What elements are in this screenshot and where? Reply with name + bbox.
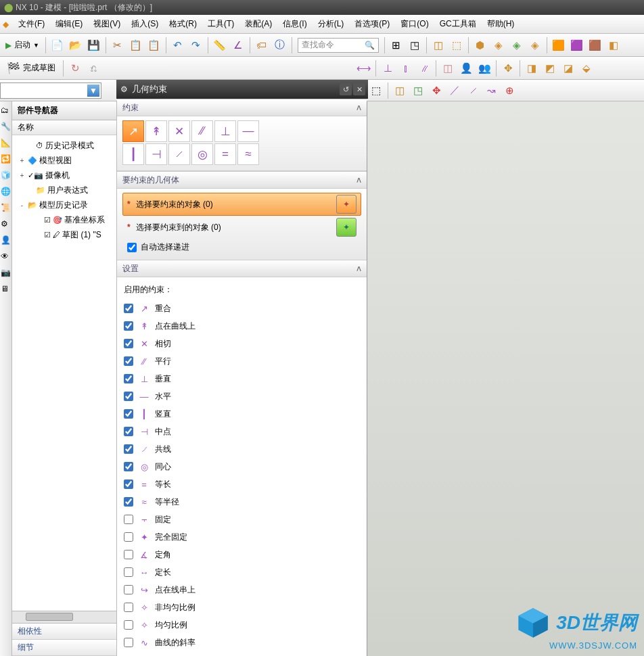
tangent-icon[interactable]: ✕ [168, 120, 190, 142]
box2-icon[interactable]: ⬚ [448, 37, 465, 53]
tab-dependency[interactable]: 相依性 [12, 624, 116, 640]
cam-icon[interactable]: 📷 [1, 268, 12, 279]
proc-icon[interactable]: ⚙ [1, 219, 12, 230]
midpoint-icon[interactable]: ⊣ [145, 143, 167, 165]
constraint-item[interactable]: ✧非均匀比例 [124, 599, 360, 616]
constraint-item[interactable]: ✕相切 [124, 335, 360, 352]
solid2-icon[interactable]: 🟪 [569, 37, 585, 53]
select-objects-row[interactable]: * 选择要约束的对象 (0) ✦ [122, 193, 361, 216]
con-icon[interactable]: 📐 [1, 138, 12, 149]
section-geometry[interactable]: 要约束的几何体 ʌ [117, 171, 367, 189]
vf7-icon[interactable]: ⊕ [501, 83, 518, 99]
menu-insert[interactable]: 插入(S) [126, 16, 164, 32]
navigator-column-name[interactable]: 名称 [12, 120, 116, 135]
new-icon[interactable]: 📄 [49, 37, 66, 53]
vis-icon[interactable]: 👁 [1, 252, 12, 262]
tree-row[interactable]: ☑ 🎯基准坐标系 [12, 212, 116, 227]
vf1-icon[interactable]: ◫ [392, 83, 408, 99]
section-settings[interactable]: 设置 ʌ [117, 260, 367, 277]
constraint-item[interactable]: =等长 [124, 475, 360, 493]
save-icon[interactable]: 💾 [86, 37, 102, 53]
ext1-icon[interactable]: ◨ [524, 60, 540, 76]
vf3-icon[interactable]: ✥ [428, 83, 444, 99]
constraint-checkbox[interactable] [124, 462, 133, 471]
tab-details[interactable]: 细节 [12, 640, 116, 656]
solid4-icon[interactable]: ◧ [605, 37, 622, 53]
rc5-icon[interactable]: 👤 [458, 60, 474, 76]
marker-icon[interactable]: 🏷 [254, 37, 270, 53]
box1-icon[interactable]: ◫ [430, 37, 446, 53]
coincident-icon[interactable]: ↗ [122, 120, 144, 142]
reattach-icon[interactable]: ⎌ [85, 60, 101, 76]
h-scrollbar[interactable] [12, 611, 116, 623]
cube1-icon[interactable]: ⬢ [472, 37, 488, 53]
select-target-button[interactable]: ✦ [336, 218, 356, 237]
collinear-icon[interactable]: ⟋ [168, 143, 190, 165]
constraint-checkbox[interactable] [124, 567, 133, 577]
open-icon[interactable]: 📂 [68, 37, 84, 53]
constraint-checkbox[interactable] [124, 532, 133, 542]
undo-icon[interactable]: ↶ [170, 37, 186, 53]
tree-row[interactable]: 📁用户表达式 [12, 183, 116, 197]
constraint-item[interactable]: ⊣中点 [124, 423, 360, 440]
graphics-viewport[interactable]: Y X 75.6 72 3D世界网 WWW.3DSJW.COM [367, 101, 644, 656]
select-objects-button[interactable]: ✦ [336, 195, 356, 214]
menu-analysis[interactable]: 分析(L) [313, 16, 350, 32]
selrect-icon[interactable]: ⬚ [368, 83, 384, 99]
sys-icon[interactable]: 🖥 [1, 284, 12, 295]
rc3-icon[interactable]: ⫽ [416, 60, 432, 76]
constraint-checkbox[interactable] [124, 497, 133, 507]
vf6-icon[interactable]: ↝ [483, 83, 499, 99]
vf2-icon[interactable]: ◳ [410, 83, 426, 99]
constraint-checkbox[interactable] [124, 585, 133, 594]
hd3d-icon[interactable]: 🧊 [1, 170, 12, 181]
menu-edit[interactable]: 编辑(E) [50, 16, 88, 32]
constraint-item[interactable]: ⟋共线 [124, 440, 360, 458]
dialog-close-icon[interactable]: ✕ [353, 83, 365, 95]
dim-icon[interactable]: ⟷ [356, 60, 372, 76]
measure2-icon[interactable]: ∠ [230, 37, 246, 53]
vertical-icon[interactable]: ┃ [122, 143, 144, 165]
view1-icon[interactable]: ⊞ [388, 37, 405, 53]
constraint-checkbox[interactable] [124, 339, 133, 348]
menu-tools[interactable]: 工具(T) [202, 16, 239, 32]
section-constraint[interactable]: 约束 ʌ [117, 99, 367, 116]
constraint-checkbox[interactable] [124, 550, 133, 559]
constraint-item[interactable]: ↪点在线串上 [124, 581, 360, 599]
view2-icon[interactable]: ◳ [407, 37, 423, 53]
solid3-icon[interactable]: 🟫 [587, 37, 603, 53]
orient-icon[interactable]: ↻ [67, 60, 83, 76]
constraint-checkbox[interactable] [124, 515, 133, 524]
constraint-item[interactable]: ┃竖直 [124, 405, 360, 423]
constraint-checkbox[interactable] [124, 444, 133, 454]
navigator-tree[interactable]: ⏱历史记录模式+🔷模型视图+✓📷摄像机📁用户表达式-📂模型历史记录☑ 🎯基准坐标… [12, 135, 116, 611]
constraint-item[interactable]: ✦完全固定 [124, 528, 360, 546]
app-menu-icon[interactable]: ◆ [3, 20, 13, 29]
constraint-item[interactable]: ↟点在曲线上 [124, 317, 360, 335]
asm-icon[interactable]: 🔧 [1, 122, 12, 133]
menu-view[interactable]: 视图(V) [88, 16, 126, 32]
command-search[interactable]: 查找命令🔍 [298, 38, 379, 53]
redo-icon[interactable]: ↷ [188, 37, 204, 53]
launch-button[interactable]: ▶启动▼ [3, 38, 42, 52]
constraint-checkbox[interactable] [124, 603, 133, 612]
constraint-item[interactable]: ∡定角 [124, 546, 360, 563]
constraint-item[interactable]: ⊥垂直 [124, 370, 360, 388]
constraint-checkbox[interactable] [124, 638, 133, 647]
rc6-icon[interactable]: 👥 [476, 60, 492, 76]
vf4-icon[interactable]: ／ [446, 83, 463, 99]
constraint-checkbox[interactable] [124, 427, 133, 436]
dialog-titlebar[interactable]: ⚙ 几何约束 ↺ ✕ [116, 80, 368, 99]
ext2-icon[interactable]: ◩ [542, 60, 558, 76]
constraint-checkbox[interactable] [124, 374, 133, 383]
constraint-checkbox[interactable] [124, 356, 133, 366]
menu-gctoolbox[interactable]: GC工具箱 [434, 16, 482, 32]
finish-sketch-button[interactable]: 🏁 完成草图 [3, 60, 60, 77]
constraint-checkbox[interactable] [124, 392, 133, 401]
tree-row[interactable]: +✓📷摄像机 [12, 168, 116, 183]
solid1-icon[interactable]: 🟧 [551, 37, 567, 53]
parallel-icon[interactable]: ⁄⁄ [191, 120, 213, 142]
menu-window[interactable]: 窗口(O) [395, 16, 434, 32]
cut-icon[interactable]: ✂ [110, 37, 126, 53]
gear-icon[interactable]: ⚙ [120, 85, 128, 94]
